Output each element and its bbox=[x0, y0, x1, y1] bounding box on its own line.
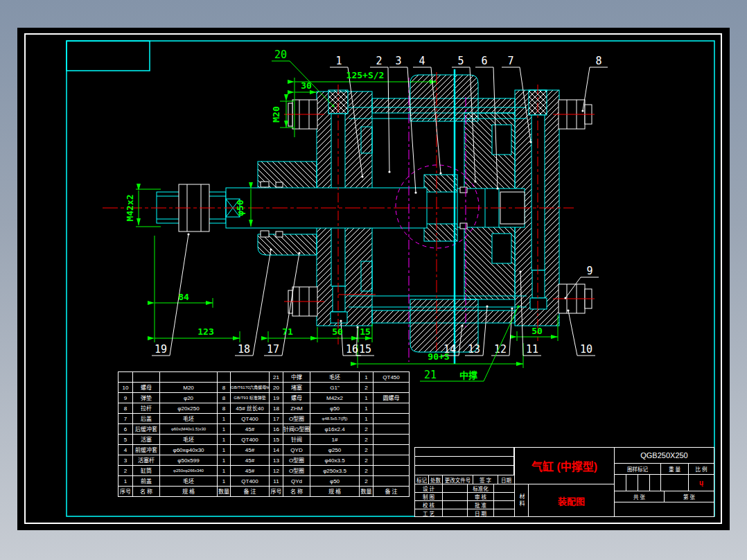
table-cell bbox=[374, 475, 410, 486]
table-cell: 8 bbox=[218, 382, 231, 392]
leader-dot bbox=[581, 110, 583, 112]
table-cell bbox=[374, 434, 410, 444]
table-cell: 堵塞 bbox=[283, 382, 310, 392]
table-cell: 拉杆 bbox=[133, 403, 160, 413]
scale-value: ų bbox=[688, 474, 714, 491]
dimension-label: 50 bbox=[332, 326, 343, 337]
table-cell bbox=[374, 423, 410, 434]
table-cell: 16 bbox=[270, 423, 283, 434]
table-cell: 活塞杆 bbox=[133, 455, 160, 465]
leader-dot bbox=[361, 175, 363, 177]
table-cell: 1 bbox=[218, 413, 231, 423]
dimension-label: 50 bbox=[531, 326, 543, 336]
table-cell: 后盖 bbox=[133, 413, 160, 423]
stamp-header-weight: 重 量 bbox=[660, 463, 689, 475]
table-cell: GB/T6170六角螺母M20 bbox=[231, 382, 270, 392]
table-cell: 17 bbox=[270, 413, 283, 423]
balloon-number: 10 bbox=[580, 343, 592, 356]
sign-value[interactable] bbox=[442, 509, 468, 517]
sign-value[interactable] bbox=[493, 509, 515, 517]
leader-dot bbox=[340, 320, 342, 322]
balloon-number: 3 bbox=[395, 55, 401, 67]
table-cell: φ60x(M40x1.5)x30 bbox=[160, 423, 218, 434]
table-cell: φ50x599 bbox=[160, 455, 218, 465]
table-cell: O型圈 bbox=[283, 465, 310, 475]
leader-dot bbox=[270, 248, 272, 250]
table-cell: 2 bbox=[360, 434, 374, 444]
table-cell: 序号 bbox=[270, 486, 283, 496]
table-cell: 弹垫 bbox=[133, 392, 160, 403]
table-cell: M42x2 bbox=[310, 392, 360, 403]
table-cell: 缸筒 bbox=[133, 465, 160, 475]
table-cell: 毛坯 bbox=[160, 475, 218, 486]
table-cell: 21 bbox=[270, 371, 283, 382]
balloon-number: 15 bbox=[359, 343, 371, 356]
table-cell bbox=[374, 455, 410, 465]
table-cell: 1 bbox=[118, 475, 133, 486]
table-cell: φ20 bbox=[160, 392, 218, 403]
parts-table-left: 10螺母M208GB/T6170六角螺母M209弹垫φ208GB/T93 标准弹… bbox=[118, 371, 270, 497]
balloon-number: 13 bbox=[468, 343, 480, 356]
balloon-number: 19 bbox=[155, 343, 167, 356]
balloon-number: 2 bbox=[376, 55, 382, 67]
table-cell: G1" bbox=[310, 382, 360, 392]
table-cell: O型圈 bbox=[283, 413, 310, 423]
dimension-label: 123 bbox=[197, 326, 213, 337]
weight-value[interactable] bbox=[660, 474, 689, 491]
table-cell: 数量 bbox=[218, 486, 231, 496]
balloon-number: 1 bbox=[335, 55, 342, 67]
table-cell: 毛坯 bbox=[160, 413, 218, 423]
table-cell: 毛坯 bbox=[310, 371, 360, 382]
table-cell: 8 bbox=[118, 403, 133, 413]
table-cell: 螺母 bbox=[283, 392, 310, 403]
table-cell: 1 bbox=[360, 371, 374, 382]
dimension-label: M20 bbox=[271, 106, 281, 123]
table-cell bbox=[374, 465, 410, 475]
table-cell: QYD bbox=[283, 444, 310, 455]
cad-viewer-window: { "app": {"canvas_bg": "#000000", "deskt… bbox=[0, 0, 747, 560]
leader-dot bbox=[356, 326, 358, 328]
dimension-label: 84 bbox=[178, 292, 189, 302]
sheets-total: 共 张 bbox=[614, 491, 665, 502]
table-cell: 19 bbox=[270, 392, 283, 403]
title-block-notes[interactable] bbox=[614, 502, 714, 517]
table-cell: 45# bbox=[231, 423, 270, 434]
table-cell: 名 称 bbox=[133, 486, 160, 496]
stamp-cell[interactable] bbox=[626, 474, 638, 491]
stamp-cell[interactable] bbox=[649, 474, 661, 491]
table-cell: QT400 bbox=[231, 434, 270, 444]
leader-dot bbox=[187, 233, 189, 235]
table-cell bbox=[133, 371, 160, 382]
table-cell: 18 bbox=[270, 403, 283, 413]
table-cell: 45# bbox=[231, 455, 270, 465]
leader-dot bbox=[414, 191, 416, 193]
table-cell: φ50 bbox=[310, 475, 360, 486]
table-cell: 备 注 bbox=[231, 486, 270, 496]
table-cell: φ16x2.4 bbox=[310, 423, 360, 434]
table-cell: 6 bbox=[118, 423, 133, 434]
stamp-cell[interactable] bbox=[638, 474, 650, 491]
leader-dot bbox=[486, 305, 488, 307]
balloon-number: 5 bbox=[457, 55, 464, 67]
table-cell: M20 bbox=[160, 382, 218, 392]
rev-header-count: 处数 bbox=[428, 475, 443, 484]
table-cell bbox=[374, 444, 410, 455]
table-cell: φ60xφ40x30 bbox=[160, 444, 218, 455]
table-cell: 前盖 bbox=[133, 475, 160, 486]
leader-dot bbox=[461, 324, 463, 326]
leader-dot bbox=[439, 172, 441, 174]
leader-dot bbox=[496, 187, 498, 189]
stamp-cell[interactable] bbox=[614, 474, 626, 491]
table-cell: 1 bbox=[218, 423, 231, 434]
sign-label-date: 日 期 bbox=[467, 509, 494, 517]
balloon-number: 11 bbox=[526, 343, 538, 356]
sheet-type-label: 装配图 bbox=[528, 484, 615, 517]
table-cell: 2 bbox=[118, 465, 133, 475]
table-cell: 20 bbox=[270, 382, 283, 392]
table-cell: 2 bbox=[360, 382, 374, 392]
table-cell: 45# bbox=[231, 465, 270, 475]
dimension-label: φ50 bbox=[235, 200, 245, 216]
table-cell: ZHM bbox=[283, 403, 310, 413]
table-cell: 圆螺母 bbox=[374, 392, 410, 403]
rev-row-empty bbox=[414, 465, 514, 475]
